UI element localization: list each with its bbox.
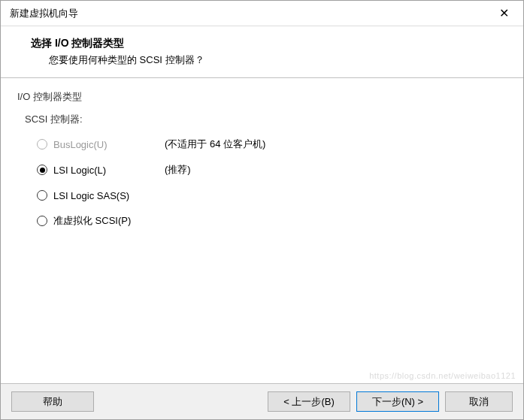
radio-list: BusLogic(U) (不适用于 64 位客户机) LSI Logic(L) … — [17, 137, 507, 228]
wizard-dialog: 新建虚拟机向导 ✕ 选择 I/O 控制器类型 您要使用何种类型的 SCSI 控制… — [0, 0, 524, 420]
button-bar: 帮助 < 上一步(B) 下一步(N) > 取消 — [1, 383, 523, 419]
close-icon: ✕ — [499, 6, 509, 20]
window-title: 新建虚拟机向导 — [10, 7, 78, 20]
radio-icon — [37, 165, 47, 175]
radio-label: 准虚拟化 SCSI(P) — [53, 214, 159, 228]
radio-label: LSI Logic SAS(S) — [53, 190, 159, 201]
next-button[interactable]: 下一步(N) > — [356, 391, 439, 412]
radio-icon — [37, 139, 47, 150]
help-button[interactable]: 帮助 — [11, 391, 94, 412]
page-title: 选择 I/O 控制器类型 — [31, 37, 508, 50]
radio-option-lsilogicsas[interactable]: LSI Logic SAS(S) — [37, 188, 507, 203]
radio-label: BusLogic(U) — [53, 139, 159, 150]
page-subtitle: 您要使用何种类型的 SCSI 控制器？ — [31, 53, 508, 67]
back-button[interactable]: < 上一步(B) — [268, 391, 350, 412]
close-button[interactable]: ✕ — [487, 2, 520, 25]
radio-option-paravirtual[interactable]: 准虚拟化 SCSI(P) — [37, 213, 507, 228]
group-label: I/O 控制器类型 — [17, 90, 507, 104]
radio-hint: (不适用于 64 位客户机) — [165, 137, 265, 151]
radio-hint: (推荐) — [165, 163, 191, 177]
cancel-button[interactable]: 取消 — [445, 391, 513, 412]
radio-label: LSI Logic(L) — [53, 165, 159, 176]
content-area: I/O 控制器类型 SCSI 控制器: BusLogic(U) (不适用于 64… — [1, 78, 523, 383]
radio-option-buslogic: BusLogic(U) (不适用于 64 位客户机) — [37, 137, 507, 152]
radio-icon — [37, 216, 47, 226]
radio-icon — [37, 190, 47, 201]
radio-option-lsilogic[interactable]: LSI Logic(L) (推荐) — [37, 162, 507, 177]
titlebar: 新建虚拟机向导 ✕ — [1, 1, 523, 26]
header-area: 选择 I/O 控制器类型 您要使用何种类型的 SCSI 控制器？ — [1, 26, 523, 78]
scsi-label: SCSI 控制器: — [17, 113, 507, 126]
